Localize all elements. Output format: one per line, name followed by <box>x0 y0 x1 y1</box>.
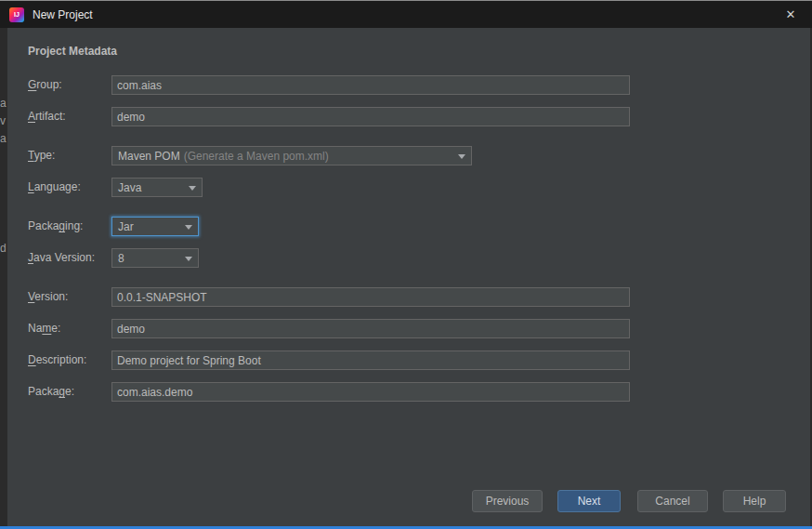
background-text-fragment: a <box>0 132 7 145</box>
java-version-combobox[interactable]: 8 <box>111 248 199 268</box>
dialog-body <box>7 28 810 526</box>
type-label: Type: <box>28 149 55 162</box>
section-title: Project Metadata <box>28 45 117 58</box>
chevron-down-icon <box>185 257 192 261</box>
background-text-fragment: a <box>0 97 7 110</box>
language-combobox[interactable]: Java <box>111 178 203 197</box>
background-window-edge: a v a d <box>0 28 7 526</box>
group-label: Group: <box>28 78 62 91</box>
close-icon[interactable]: ✕ <box>769 1 812 28</box>
packaging-combobox[interactable]: Jar <box>111 217 199 236</box>
previous-button[interactable]: Previous <box>472 490 543 512</box>
artifact-label: Artifact: <box>28 110 66 123</box>
artifact-input[interactable] <box>111 107 630 126</box>
description-label: Description: <box>28 353 86 366</box>
language-value: Java <box>118 181 141 194</box>
next-button[interactable]: Next <box>557 490 621 512</box>
background-text-fragment: d <box>0 242 7 255</box>
packaging-value: Jar <box>118 220 134 233</box>
titlebar[interactable]: IJ New Project ✕ <box>0 0 812 28</box>
java-version-value: 8 <box>118 252 124 265</box>
chevron-down-icon <box>189 186 196 191</box>
help-button[interactable]: Help <box>723 490 786 512</box>
cancel-button[interactable]: Cancel <box>637 490 708 512</box>
type-combobox[interactable]: Maven POM (Generate a Maven pom.xml) <box>111 146 472 165</box>
intellij-logo-icon: IJ <box>9 7 24 22</box>
java-version-label: Java Version: <box>28 251 95 264</box>
description-input[interactable] <box>111 350 630 370</box>
chevron-down-icon <box>458 154 465 159</box>
packaging-label: Packaging: <box>28 219 83 232</box>
background-text-fragment: v <box>0 114 6 127</box>
language-label: Language: <box>28 180 81 193</box>
chevron-down-icon <box>185 225 192 230</box>
name-label: Name: <box>28 322 60 335</box>
new-project-dialog: a v a d IJ New Project ✕ Project Metadat… <box>0 0 812 529</box>
type-hint: (Generate a Maven pom.xml) <box>184 150 329 163</box>
name-input[interactable] <box>111 319 630 338</box>
version-label: Version: <box>28 290 68 303</box>
type-value: Maven POM <box>118 150 180 163</box>
package-input[interactable] <box>111 382 630 402</box>
group-input[interactable] <box>111 75 630 95</box>
version-input[interactable] <box>111 287 630 307</box>
window-title: New Project <box>33 8 93 21</box>
package-label: Package: <box>28 385 74 398</box>
